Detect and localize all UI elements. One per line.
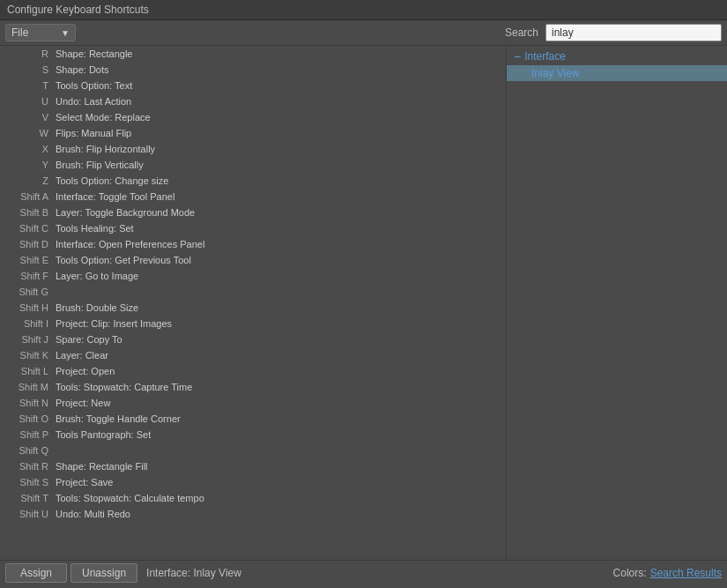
shortcut-row[interactable]: Shift ETools Option: Get Previous Tool (0, 252, 506, 268)
shortcut-row[interactable]: Shift AInterface: Toggle Tool Panel (0, 189, 506, 205)
shortcut-row[interactable]: TTools Option: Text (0, 78, 506, 93)
key-label: Z (7, 175, 56, 186)
key-label: Shift T (7, 493, 56, 503)
key-label: Shift F (7, 271, 56, 281)
key-label: U (7, 96, 56, 107)
shortcut-row[interactable]: Shift BLayer: Toggle Background Mode (0, 205, 506, 220)
shortcut-row[interactable]: SShape: Dots (0, 62, 506, 78)
shortcut-row[interactable]: Shift SProject: Save (0, 474, 506, 490)
action-label: Layer: Go to Image (56, 271, 138, 281)
action-label: Brush: Flip Vertically (56, 160, 144, 170)
action-label: Undo: Last Action (56, 96, 131, 107)
shortcut-row[interactable]: Shift Q (0, 443, 506, 458)
key-label: X (7, 144, 56, 154)
key-label: Shift P (7, 429, 56, 440)
action-label: Project: Open (56, 366, 115, 376)
key-label: Shift A (7, 191, 56, 202)
shortcut-row[interactable]: UUndo: Last Action (0, 93, 506, 109)
shortcut-row[interactable]: Shift LProject: Open (0, 363, 506, 379)
shortcut-row[interactable]: Shift PTools Pantograph: Set (0, 427, 506, 443)
action-label: Shape: Rectangle Fill (56, 461, 148, 472)
key-label: Shift R (7, 461, 56, 472)
title-bar: Configure Keyboard Shortcuts (0, 0, 727, 20)
action-label: Spare: Copy To (56, 334, 122, 345)
action-label: Undo: Multi Redo (56, 509, 130, 519)
shortcut-row[interactable]: Shift KLayer: Clear (0, 347, 506, 363)
key-label: Shift U (7, 509, 56, 519)
action-label: Brush: Toggle Handle Corner (56, 413, 181, 424)
key-label: T (7, 80, 56, 91)
shortcut-row[interactable]: Shift OBrush: Toggle Handle Corner (0, 411, 506, 427)
action-label: Shape: Rectangle (56, 48, 132, 59)
shortcut-row[interactable]: XBrush: Flip Horizontally (0, 141, 506, 157)
shortcut-row[interactable]: Shift JSpare: Copy To (0, 331, 506, 347)
action-label: Tools Pantograph: Set (56, 429, 151, 440)
shortcut-row[interactable]: Shift NProject: New (0, 395, 506, 411)
key-label: Shift K (7, 350, 56, 361)
colors-label: Colors: (613, 567, 647, 579)
key-label: Shift S (7, 477, 56, 488)
file-label: File (11, 26, 28, 39)
shortcut-row[interactable]: Shift FLayer: Go to Image (0, 268, 506, 284)
tree-child-label: Inlay View (531, 67, 579, 79)
key-label: Shift M (7, 382, 56, 392)
search-results-link[interactable]: Search Results (650, 567, 722, 579)
action-label: Tools Healing: Set (56, 223, 134, 234)
shortcut-row[interactable]: Shift RShape: Rectangle Fill (0, 458, 506, 474)
shortcut-row[interactable]: VSelect Mode: Replace (0, 109, 506, 125)
shortcut-row[interactable]: YBrush: Flip Vertically (0, 157, 506, 173)
key-label: Shift Q (7, 445, 56, 456)
collapse-icon: − (514, 49, 521, 63)
assign-button[interactable]: Assign (5, 563, 67, 583)
shortcut-row[interactable]: Shift TTools: Stopwatch: Calculate tempo (0, 490, 506, 506)
tree-parent-label: Interface (524, 50, 566, 63)
action-label: Layer: Toggle Background Mode (56, 207, 195, 218)
key-label: Shift C (7, 223, 56, 234)
unassign-button[interactable]: Unassign (70, 563, 137, 583)
key-label: Shift D (7, 239, 56, 249)
key-label: Shift J (7, 334, 56, 345)
shortcut-row[interactable]: Shift IProject: Clip: Insert Images (0, 316, 506, 331)
shortcut-row[interactable]: Shift MTools: Stopwatch: Capture Time (0, 379, 506, 395)
action-label: Flips: Manual Flip (56, 128, 131, 138)
bottom-bar: Assign Unassign Interface: Inlay View Co… (0, 560, 727, 585)
action-label: Interface: Open Preferences Panel (56, 239, 204, 249)
action-label: Project: New (56, 398, 110, 408)
action-label: Shape: Dots (56, 64, 109, 75)
key-label: Shift E (7, 255, 56, 265)
action-label: Select Mode: Replace (56, 112, 151, 123)
tree-child-inlay-view[interactable]: Inlay View (507, 65, 727, 81)
shortcut-row[interactable]: Shift HBrush: Double Size (0, 300, 506, 316)
action-label: Tools Option: Text (56, 80, 132, 91)
tree-group: − Interface Inlay View (507, 46, 727, 83)
shortcut-row[interactable]: Shift G (0, 284, 506, 300)
title-text: Configure Keyboard Shortcuts (7, 4, 149, 16)
search-results-panel: − Interface Inlay View (507, 46, 727, 560)
key-label: S (7, 64, 56, 75)
action-label: Interface: Toggle Tool Panel (56, 191, 174, 202)
action-label: Tools: Stopwatch: Calculate tempo (56, 493, 204, 503)
shortcuts-list: RShape: RectangleSShape: DotsTTools Opti… (0, 46, 507, 560)
toolbar: File ▼ Search (0, 20, 727, 46)
shortcut-row[interactable]: RShape: Rectangle (0, 46, 506, 62)
shortcut-row[interactable]: ZTools Option: Change size (0, 173, 506, 189)
key-label: Shift L (7, 366, 56, 376)
action-label: Brush: Flip Horizontally (56, 144, 155, 154)
shortcut-row[interactable]: Shift UUndo: Multi Redo (0, 506, 506, 522)
action-label: Tools Option: Change size (56, 175, 168, 186)
key-label: Shift I (7, 318, 56, 329)
key-label: Shift N (7, 398, 56, 408)
key-label: Shift B (7, 207, 56, 218)
action-label: Project: Save (56, 477, 113, 488)
shortcut-row[interactable]: WFlips: Manual Flip (0, 125, 506, 141)
action-label: Layer: Clear (56, 350, 108, 361)
action-label: Tools: Stopwatch: Capture Time (56, 382, 192, 392)
tree-parent-interface[interactable]: − Interface (507, 48, 727, 65)
shortcut-row[interactable]: Shift DInterface: Open Preferences Panel (0, 236, 506, 252)
file-dropdown[interactable]: File ▼ (5, 24, 76, 41)
key-label: Y (7, 160, 56, 170)
action-label: Brush: Double Size (56, 302, 138, 313)
shortcut-row[interactable]: Shift CTools Healing: Set (0, 220, 506, 236)
search-input[interactable] (545, 24, 722, 41)
action-label: Project: Clip: Insert Images (56, 318, 172, 329)
